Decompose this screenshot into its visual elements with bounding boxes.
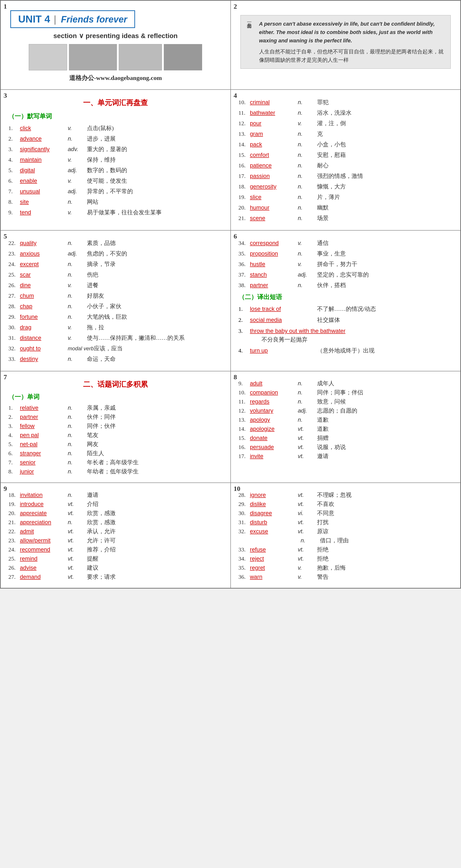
word-item: 31.disturb vt. 打扰 bbox=[239, 518, 453, 526]
cell-4: 4 10.criminal n. 罪犯11.bathwater n. 浴水，洗澡… bbox=[230, 90, 461, 230]
word-pos: v. bbox=[68, 334, 87, 342]
word-chinese: 允许；许可 bbox=[87, 537, 223, 544]
cell-7: 7 二、话题词汇多积累 （一）单词 1.relative n. 亲属，亲戚2.p… bbox=[0, 371, 230, 483]
word-pos: n. bbox=[68, 492, 87, 498]
quote-chinese: 人生自然不能过于自卑，但也绝不可盲目自信，最理想的是把两者结合起来，就像阴晴圆缺… bbox=[259, 48, 445, 64]
word-item: 13.apology n. 道歉 bbox=[239, 416, 453, 424]
word-number: 32. bbox=[8, 344, 20, 353]
word-item: 12.voluntary adj. 志愿的；自愿的 bbox=[239, 407, 453, 414]
word-number: 19. bbox=[8, 501, 20, 507]
word-pos: adj. bbox=[68, 187, 87, 196]
word-chinese: 借口，理由 bbox=[320, 537, 453, 544]
word-pos: n. bbox=[68, 197, 87, 206]
word-number: 31. bbox=[239, 519, 250, 526]
word-pos: n. bbox=[68, 441, 87, 447]
word-item: n. 借口，理由 bbox=[239, 537, 453, 544]
word-english: disagree bbox=[250, 510, 298, 517]
word-english: introduce bbox=[20, 501, 68, 507]
word-chinese: 幽默 bbox=[317, 203, 453, 212]
word-chinese: 成年人 bbox=[317, 379, 453, 387]
word-item: 24.recommend vt. 推荐，介绍 bbox=[8, 546, 223, 553]
word-chinese: 道歉 bbox=[317, 425, 453, 433]
word-chinese: 警告 bbox=[317, 573, 453, 581]
cell3-word-list: 1.click v. 点击(鼠标)2.advance n. 进步，进展3.sig… bbox=[8, 124, 223, 217]
word-item: 14.pack n. 小盒，小包 bbox=[239, 140, 453, 149]
cell-5-number: 5 bbox=[4, 232, 7, 240]
word-item: 33.refuse vt. 拒绝 bbox=[239, 546, 453, 553]
word-chinese: 异常的，不平常的 bbox=[87, 187, 223, 196]
word-pos: n. bbox=[68, 413, 87, 420]
word-english: dislike bbox=[250, 501, 298, 507]
word-number: 11. bbox=[239, 398, 250, 405]
word-number: 1. bbox=[8, 124, 20, 132]
cell-4-number: 4 bbox=[234, 92, 237, 99]
word-item: 20.humour n. 幽默 bbox=[239, 203, 453, 212]
word-item: 12.pour v. 灌，注，倒 bbox=[239, 119, 453, 128]
word-chinese: 年长者；高年级学生 bbox=[87, 459, 223, 466]
word-number: 27. bbox=[8, 291, 20, 300]
word-item: 24.excerpt n. 摘录，节录 bbox=[8, 260, 223, 269]
word-pos: modal verb bbox=[68, 345, 94, 352]
cell10-word-list: 28.ignore vt. 不理睬；忽视29.dislike vt. 不喜欢30… bbox=[239, 491, 453, 582]
word-english: junior bbox=[20, 468, 68, 475]
word-number: 28. bbox=[239, 492, 250, 498]
word-english: stranger bbox=[20, 450, 68, 457]
word-pos: n. bbox=[68, 239, 87, 247]
cell-5: 5 22.quality n. 素质，品德23.anxious adj. 焦虑的… bbox=[0, 230, 230, 371]
word-chinese: 伙伴，搭档 bbox=[317, 281, 453, 289]
word-pos: n. bbox=[298, 203, 317, 212]
word-item: 5.net-pal n. 网友 bbox=[8, 440, 223, 448]
word-english: unusual bbox=[20, 187, 68, 196]
photo-strip bbox=[10, 44, 221, 70]
word-english: advise bbox=[20, 564, 68, 571]
word-item: 18.generosity n. 慷慨，大方 bbox=[239, 182, 453, 191]
word-number: 22. bbox=[8, 528, 20, 535]
cell6-word-list: 34.correspond v. 通信35.proposition n. 事业，… bbox=[239, 239, 453, 289]
word-pos: vt. bbox=[68, 501, 87, 507]
word-chinese: 致意，问候 bbox=[317, 398, 453, 405]
photo-3 bbox=[119, 44, 162, 70]
word-number: 4. bbox=[8, 155, 20, 164]
word-number: 28. bbox=[8, 302, 20, 311]
photo-2 bbox=[69, 44, 117, 70]
word-number: 32. bbox=[239, 528, 250, 535]
word-number: 17. bbox=[239, 172, 250, 180]
word-pos: v. bbox=[68, 208, 87, 217]
word-chinese: 邀请 bbox=[317, 452, 453, 460]
word-pos: vt. bbox=[298, 426, 317, 432]
word-english: donate bbox=[250, 435, 298, 441]
word-chinese: 慷慨，大方 bbox=[317, 182, 453, 191]
cell8-word-list: 9.adult n. 成年人10.companion n. 同伴；同事；伴侣11… bbox=[239, 379, 453, 461]
phrase-chinese: （意外地或终于）出现 bbox=[317, 346, 374, 355]
word-number: 9. bbox=[239, 380, 250, 387]
word-pos: vt. bbox=[298, 555, 317, 562]
word-pos: vt. bbox=[68, 555, 87, 562]
cell-3-number: 3 bbox=[4, 92, 7, 99]
word-pos: n. bbox=[68, 404, 87, 411]
unit-title-box: UNIT 4 | Friends forever bbox=[10, 10, 135, 28]
word-pos: vt. bbox=[68, 574, 87, 580]
word-number: 21. bbox=[8, 519, 20, 526]
word-item: 18.invitation n. 邀请 bbox=[8, 491, 223, 499]
word-english: apologize bbox=[250, 426, 298, 432]
word-number: 23. bbox=[8, 537, 20, 544]
word-number: 23. bbox=[8, 249, 20, 258]
word-chinese: 小盒，小包 bbox=[317, 140, 453, 149]
word-english: warn bbox=[250, 574, 298, 580]
cell-2: 2 品一言全句 A person can't abase excessively… bbox=[230, 0, 461, 90]
word-chinese: 保持，维持 bbox=[87, 155, 223, 164]
word-english: demand bbox=[20, 574, 68, 580]
phrase-english: social media bbox=[250, 316, 317, 324]
cell-1: 1 UNIT 4 | Friends forever section ∨ pre… bbox=[0, 0, 230, 90]
word-chinese: 易于做某事，往往会发生某事 bbox=[87, 208, 223, 217]
word-chinese: 大笔的钱，巨款 bbox=[87, 312, 223, 321]
word-chinese: 年幼者；低年级学生 bbox=[87, 468, 223, 475]
word-pos: v. bbox=[298, 574, 317, 580]
section-label: section ∨ presenting ideas & reflection bbox=[10, 32, 221, 40]
word-english: hustle bbox=[250, 260, 298, 269]
phrase-english: turn up bbox=[250, 346, 317, 355]
word-chinese: 捐赠 bbox=[317, 434, 453, 442]
word-english: ignore bbox=[250, 492, 298, 498]
word-english: voluntary bbox=[250, 407, 298, 414]
word-item: 6.stranger n. 陌生人 bbox=[8, 450, 223, 457]
